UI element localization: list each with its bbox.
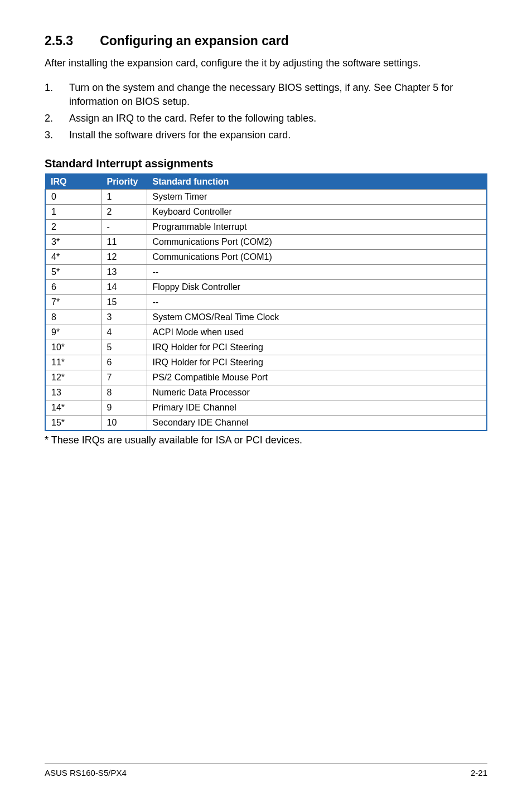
table-row: 614Floppy Disk Controller [45, 280, 487, 295]
table-header-row: IRQ Priority Standard function [45, 174, 487, 190]
list-item: 2. Assign an IRQ to the card. Refer to t… [45, 112, 487, 125]
table-row: 5*13-- [45, 265, 487, 280]
footer-left: ASUS RS160-S5/PX4 [45, 768, 127, 777]
footer-page-number: 2-21 [471, 768, 487, 777]
table-row: 01System Timer [45, 190, 487, 205]
item-text: Turn on the system and change the necess… [69, 81, 487, 108]
table-row: 15*10Secondary IDE Channel [45, 416, 487, 431]
table-row: 7*15-- [45, 295, 487, 310]
table-row: 3*11Communications Port (COM2) [45, 235, 487, 250]
item-number: 1. [45, 81, 69, 108]
table-row: 138Numeric Data Processor [45, 385, 487, 400]
intro-paragraph: After installing the expansion card, con… [45, 56, 487, 70]
section-heading: Configuring an expansion card [100, 33, 289, 49]
item-text: Assign an IRQ to the card. Refer to the … [69, 112, 487, 125]
header-function: Standard function [147, 174, 487, 190]
list-item: 1. Turn on the system and change the nec… [45, 81, 487, 108]
table-heading: Standard Interrupt assignments [45, 157, 487, 170]
table-row: 9*4ACPI Mode when used [45, 325, 487, 340]
header-priority: Priority [101, 174, 147, 190]
item-number: 3. [45, 128, 69, 142]
section-number: 2.5.3 [45, 33, 73, 49]
table-row: 12Keyboard Controller [45, 205, 487, 220]
steps-list: 1. Turn on the system and change the nec… [45, 81, 487, 142]
table-row: 2-Programmable Interrupt [45, 220, 487, 235]
table-footnote: * These IRQs are usually available for I… [45, 434, 487, 446]
table-row: 10*5IRQ Holder for PCI Steering [45, 340, 487, 355]
irq-table: IRQ Priority Standard function 01System … [45, 173, 487, 431]
item-number: 2. [45, 112, 69, 125]
header-irq: IRQ [45, 174, 101, 190]
list-item: 3. Install the software drivers for the … [45, 128, 487, 142]
table-row: 14*9Primary IDE Channel [45, 400, 487, 416]
table-row: 4*12Communications Port (COM1) [45, 250, 487, 265]
page-footer: ASUS RS160-S5/PX4 2-21 [45, 763, 487, 777]
table-row: 11*6IRQ Holder for PCI Steering [45, 355, 487, 370]
table-body: 01System Timer 12Keyboard Controller 2-P… [45, 190, 487, 431]
section-title: 2.5.3 Configuring an expansion card [45, 33, 487, 49]
table-row: 12*7PS/2 Compatible Mouse Port [45, 370, 487, 385]
item-text: Install the software drivers for the exp… [69, 128, 487, 142]
table-row: 83System CMOS/Real Time Clock [45, 310, 487, 325]
